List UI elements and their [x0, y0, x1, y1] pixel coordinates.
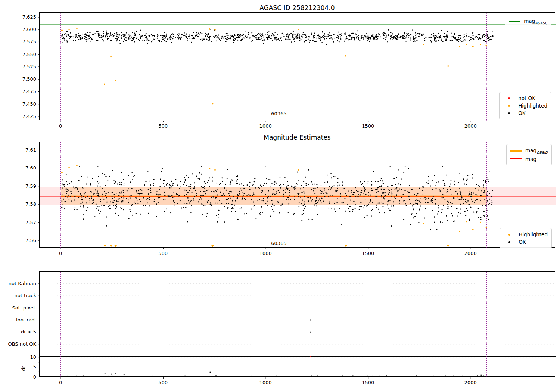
legend-label: not OK	[518, 95, 535, 101]
legend-sample	[509, 21, 520, 22]
obsid-boundary-vlines	[61, 13, 487, 121]
chart1-y-tick-label: 7.500	[22, 76, 36, 82]
chart3-axes	[39, 271, 555, 377]
legend-sample	[504, 241, 515, 243]
orange-dot-sample	[508, 105, 510, 107]
legend-label: mag	[525, 156, 536, 162]
orange-dot-sample	[508, 234, 510, 236]
chart2-x-tick-label: 1000	[259, 251, 272, 256]
legend-item-ok: OK	[504, 238, 548, 246]
dr-points	[62, 371, 494, 377]
black-dot-sample	[508, 112, 510, 114]
legend-sample	[510, 158, 522, 159]
chart3-flag-label: not Kalman	[9, 281, 36, 286]
chart2-legend-lines: magOBSID mag	[506, 144, 552, 165]
chart3-x-tick-label: 1500	[362, 380, 374, 385]
chart1-x-tick-label: 0	[59, 123, 62, 129]
chart1-y-tick-label: 7.550	[22, 51, 36, 57]
chart1-x-tick-label: 2000	[464, 123, 477, 129]
ok-points	[61, 29, 493, 45]
legend-item-highlighted: Highlighted	[504, 231, 548, 238]
chart3-dr-tick-label: 10	[30, 354, 36, 360]
chart2-y-tick-label: 7.58	[25, 201, 36, 207]
legend-sample	[503, 105, 514, 107]
chart2-obsid-label: 60365	[271, 240, 286, 246]
chart2-y-tick-label: 7.59	[25, 183, 36, 189]
chart1-plot-area	[40, 13, 556, 121]
chart1-legend-agasc: magAGASC	[505, 15, 551, 28]
chart3-flag-label: Sat. pixel.	[12, 305, 36, 310]
legend-label: OK	[519, 239, 526, 245]
chart1-x-tick-label: 1000	[259, 123, 272, 129]
chart2-title: Magnitude Estimates	[264, 134, 330, 141]
chart1-y-tick-label: 7.575	[22, 39, 36, 44]
black-dot-sample	[508, 241, 510, 243]
chart2-y-tick-label: 7.61	[25, 147, 36, 152]
flag-event-points	[310, 319, 311, 333]
chart3-dr-axis-label: dr	[21, 366, 26, 371]
chart2-y-tick-label: 7.56	[25, 237, 36, 243]
chart1-y-tick-label: 7.475	[22, 88, 36, 94]
chart3-dr-tick-label: 5	[33, 364, 36, 370]
chart3-flag-label: OBS not OK	[8, 341, 37, 346]
legend-label: magAGASC	[524, 18, 547, 25]
chart2-legend-points: Highlighted OK	[500, 228, 552, 248]
chart2-x-tick-label: 0	[59, 251, 62, 256]
chart3-flag-label: dr > 5	[21, 329, 36, 335]
chart3-x-tick-label: 500	[158, 380, 168, 385]
chart1-y-tick-label: 7.525	[22, 63, 36, 69]
legend-item-mag-obsid: magOBSID	[510, 147, 548, 155]
chart1-y-tick-label: 7.600	[22, 27, 36, 32]
chart3-flag-label: not track	[14, 293, 36, 298]
chart3-x-tick-label: 1000	[259, 380, 272, 385]
figure: AGASC ID 258212304.0 Magnitude Estimates…	[0, 0, 560, 392]
legend-item-mag: mag	[510, 155, 548, 163]
chart3-x-tick-label: 2000	[464, 380, 477, 385]
legend-item-highlighted: Highlighted	[503, 102, 547, 109]
chart1-legend-points: not OK Highlighted OK	[499, 92, 551, 119]
orange-line-sample	[510, 150, 522, 152]
legend-sample	[504, 234, 515, 236]
not-ok-dr-points	[310, 356, 312, 358]
chart1-y-tick-label: 7.425	[22, 113, 36, 119]
legend-label: magOBSID	[525, 147, 548, 155]
legend-label: OK	[518, 110, 525, 116]
legend-label: Highlighted	[518, 103, 547, 109]
chart1-y-tick-label: 7.450	[22, 101, 36, 106]
chart3-x-tick-label: 0	[59, 380, 62, 385]
legend-sample	[503, 112, 514, 114]
red-line-sample	[510, 158, 522, 159]
red-dot-sample	[508, 97, 510, 99]
chart3-flag-label: Ion. rad.	[16, 317, 36, 323]
chart2-plot-area	[40, 142, 556, 248]
chart2-y-tick-label: 7.60	[25, 165, 36, 171]
legend-label: Highlighted	[519, 231, 548, 237]
legend-sample	[503, 97, 514, 99]
chart1-x-tick-label: 1500	[362, 123, 374, 129]
chart1-obsid-label: 60365	[271, 111, 286, 116]
chart2-x-tick-label: 2000	[464, 251, 477, 256]
chart1-title: AGASC ID 258212304.0	[259, 4, 335, 12]
legend-item-not-ok: not OK	[503, 94, 547, 102]
chart2-x-tick-label: 1500	[362, 251, 374, 256]
chart3-dr-tick-label: 0	[33, 374, 36, 379]
chart1-axes	[39, 12, 555, 120]
chart3-plot-area	[40, 272, 556, 377]
legend-item-ok: OK	[503, 109, 547, 117]
legend-item-mag-agasc: magAGASC	[509, 17, 547, 26]
chart1-y-tick-label: 7.625	[22, 14, 36, 19]
obsid-boundary-vlines	[61, 272, 487, 377]
chart2-x-tick-label: 500	[158, 251, 168, 256]
legend-sample	[510, 150, 522, 152]
chart1-x-tick-label: 500	[158, 123, 168, 129]
green-line-sample	[509, 21, 520, 22]
chart2-y-tick-label: 7.57	[25, 219, 36, 225]
chart2-axes	[39, 142, 555, 248]
